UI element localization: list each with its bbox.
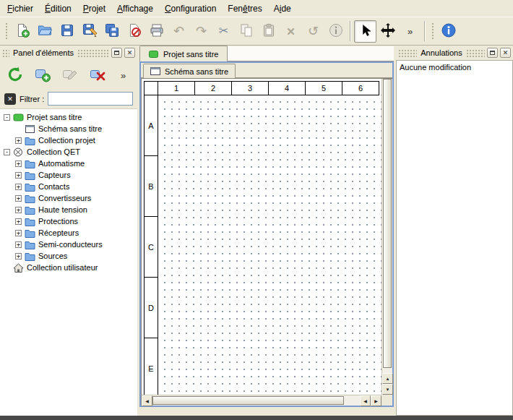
toolbar-drag-handle[interactable] [4, 22, 9, 40]
cut-icon: ✂ [219, 25, 228, 37]
collapse-icon[interactable]: - [4, 149, 10, 155]
expand-icon[interactable]: + [15, 207, 22, 213]
edit-element-button[interactable] [58, 64, 82, 87]
filter-input[interactable] [48, 92, 133, 106]
tab-schema-sans-titre[interactable]: Schéma sans titre [143, 64, 236, 78]
expand-icon[interactable]: + [15, 230, 22, 236]
folder-icon [25, 228, 35, 238]
scroll-down-button[interactable]: ▼ [382, 384, 393, 395]
undo-history-list[interactable]: Aucune modification [396, 60, 513, 416]
tab-projet-sans-titre[interactable]: Projet sans titre [139, 46, 228, 61]
tree-item-protections[interactable]: + Protections [0, 215, 137, 227]
new-project-button[interactable] [11, 20, 33, 43]
dock-drag-handle[interactable] [77, 49, 109, 57]
save-as-button[interactable] [78, 20, 100, 43]
cut-button[interactable]: ✂ [212, 20, 235, 43]
tree-item-collection-projet[interactable]: + Collection projet [0, 134, 137, 146]
tree-item-collection-utilisateur[interactable]: Collection utilisateur [0, 262, 137, 273]
tree-item-collection-qet[interactable]: - Collection QET [0, 146, 137, 158]
undo-dock-titlebar[interactable]: Annulations ✕ [396, 46, 513, 60]
print-button[interactable] [145, 20, 168, 43]
reload-collections-button[interactable] [3, 64, 27, 87]
horizontal-scrollbar-track[interactable] [344, 395, 360, 406]
menu-affichage[interactable]: Affichage [111, 1, 159, 16]
horizontal-scrollbar[interactable]: ◀ ◀ ▶ [142, 395, 381, 406]
save-button[interactable] [56, 20, 78, 43]
tree-item-project[interactable]: - Projet sans titre [0, 111, 137, 123]
diagram-scroll-area[interactable]: 1 2 3 4 5 6 A B C D E [142, 79, 381, 395]
toolbar-drag-handle[interactable] [431, 22, 435, 40]
close-icon: ✕ [127, 50, 133, 56]
diagram-canvas[interactable] [158, 95, 381, 395]
tree-item-label: Collection QET [27, 147, 80, 156]
menu-edition[interactable]: Édition [39, 1, 77, 16]
dock-drag-handle[interactable] [398, 49, 417, 57]
tree-item-semi-conducteurs[interactable]: + Semi-conducteurs [0, 239, 137, 250]
elements-tree[interactable]: - Projet sans titre Schéma sans titre + … [0, 108, 137, 416]
elements-panel-titlebar[interactable]: Panel d'éléments ✕ [0, 46, 137, 60]
new-element-button[interactable] [30, 64, 54, 87]
tree-item-contacts[interactable]: + Contacts [0, 181, 137, 192]
menu-configuration[interactable]: Configuration [159, 1, 222, 16]
dock-drag-handle[interactable] [2, 49, 9, 57]
move-icon [380, 22, 396, 40]
home-icon [13, 263, 24, 273]
tree-item-sources[interactable]: + Sources [0, 250, 137, 262]
undo-empty-message: Aucune modification [400, 63, 471, 72]
scroll-left-button-2[interactable]: ◀ [360, 395, 371, 406]
chevron-right-icon: » [408, 27, 413, 36]
tree-item-automatisme[interactable]: + Automatisme [0, 158, 137, 169]
toolbar-overflow-button[interactable]: » [399, 20, 421, 43]
collapse-icon[interactable]: - [4, 114, 10, 121]
clear-filter-button[interactable]: ✕ [4, 93, 16, 105]
delete-button[interactable]: ✕ [280, 20, 302, 43]
scroll-left-button[interactable]: ◀ [142, 395, 152, 406]
expand-icon[interactable]: + [15, 184, 22, 190]
tree-item-convertisseurs[interactable]: + Convertisseurs [0, 192, 137, 204]
folder-icon [25, 217, 35, 226]
menu-aide[interactable]: Aide [268, 1, 297, 16]
about-button[interactable] [437, 20, 460, 43]
expand-icon[interactable]: + [15, 160, 22, 167]
tree-item-haute-tension[interactable]: + Haute tension [0, 204, 137, 215]
panel-float-button[interactable] [111, 48, 122, 58]
vertical-scrollbar[interactable]: ▲ ▼ [381, 79, 392, 395]
panel-overflow-button[interactable]: » [113, 64, 137, 87]
undo-button[interactable]: ↶ [168, 20, 190, 43]
delete-element-button[interactable] [85, 64, 109, 87]
expand-icon[interactable]: + [15, 218, 22, 225]
vertical-scrollbar-track[interactable] [382, 368, 392, 373]
expand-icon[interactable]: + [15, 253, 22, 260]
horizontal-scrollbar-thumb[interactable] [152, 396, 344, 405]
menu-projet[interactable]: Projet [77, 1, 111, 16]
menu-fenetres[interactable]: Fenêtres [222, 1, 267, 16]
project-icon [149, 49, 160, 59]
tree-item-capteurs[interactable]: + Capteurs [0, 169, 137, 181]
expand-icon[interactable]: + [15, 241, 22, 248]
undo-close-button[interactable]: ✕ [500, 48, 511, 58]
save-all-button[interactable] [100, 20, 123, 43]
close-file-button[interactable] [123, 20, 145, 43]
expand-icon[interactable]: + [15, 137, 22, 144]
info-button[interactable] [324, 20, 347, 43]
menu-fichier[interactable]: Fichier [1, 1, 39, 16]
tree-item-recepteurs[interactable]: + Récepteurs [0, 227, 137, 239]
move-mode-button[interactable] [376, 20, 399, 43]
rotate-button[interactable]: ↺ [302, 20, 324, 43]
copy-button[interactable] [235, 20, 257, 43]
folder-icon [25, 252, 35, 261]
tree-item-schema[interactable]: Schéma sans titre [0, 123, 137, 134]
expand-icon[interactable]: + [15, 195, 22, 202]
undo-float-button[interactable] [487, 48, 498, 58]
vertical-scrollbar-thumb[interactable] [383, 79, 392, 368]
undo-icon: ↶ [173, 25, 184, 38]
select-mode-button[interactable] [354, 20, 376, 43]
expand-icon[interactable]: + [15, 172, 22, 179]
paste-button[interactable] [257, 20, 280, 43]
open-project-button[interactable] [33, 20, 56, 43]
dock-drag-handle[interactable] [466, 49, 485, 57]
redo-button[interactable]: ↷ [190, 20, 212, 43]
scroll-up-button[interactable]: ▲ [382, 373, 393, 384]
scroll-right-button[interactable]: ▶ [371, 395, 381, 406]
panel-close-button[interactable]: ✕ [124, 48, 135, 58]
